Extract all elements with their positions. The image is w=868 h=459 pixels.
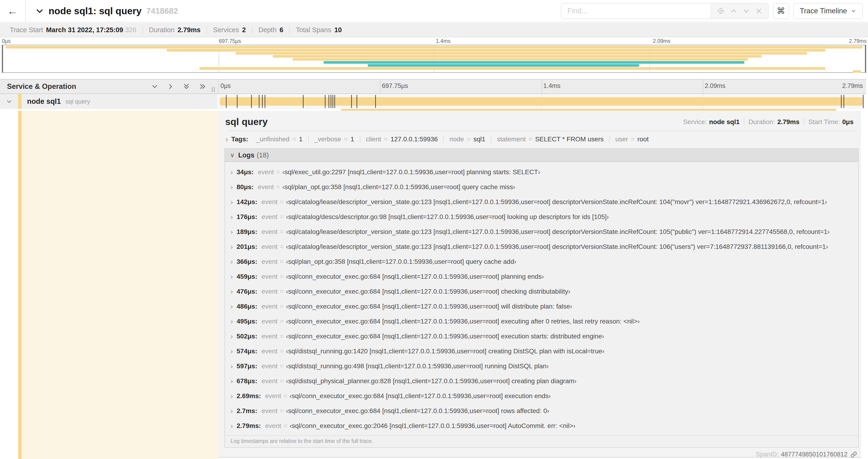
keyboard-shortcuts-button[interactable]: ⌘ [773,3,789,19]
service-operation-header: Service & Operation [0,79,217,94]
log-timestamp: 2.79ms: [237,422,261,430]
collapse-trace-chevron[interactable] [35,7,44,15]
log-equals: = [280,407,283,415]
log-expand-chevron[interactable]: › [230,273,233,281]
tag-item[interactable]: _verbose=1 [309,135,360,143]
span-row[interactable]: node sql1 sql query [0,94,866,109]
log-entry-row[interactable]: ›678μs:event=‹sql/distsql_physical_plann… [225,374,858,389]
log-field-key: event [261,378,278,385]
tag-list: _unfinished=1_verbose=1client=127.0.0.1:… [251,135,654,143]
minimap-span-row [3,70,865,73]
collapse-one-icon[interactable] [151,83,158,90]
collapse-all-icon[interactable] [183,83,190,91]
chevron-down-icon [6,98,12,104]
logs-header[interactable]: ∨ Logs (18) [225,149,858,162]
log-expand-chevron[interactable]: › [230,392,233,400]
log-tick-mark [262,95,263,108]
log-entry-row[interactable]: ›80μs:event=‹sql/plan_opt.go:358 [nsql1,… [225,179,858,195]
minimap-viewport[interactable] [2,45,866,73]
log-entry-row[interactable]: ›201μs:event=‹sql/catalog/lease/descript… [225,239,858,254]
log-field-key: event [261,362,278,370]
tags-expand-chevron[interactable]: › [226,135,228,143]
log-expand-chevron[interactable]: › [230,422,233,430]
log-timestamp: 574μs: [237,348,257,355]
log-entry-row[interactable]: ›2.7ms:event=‹sql/conn_executor_exec.go:… [225,403,858,418]
find-prev-icon[interactable] [730,7,738,15]
log-field-value: ‹sql/exec_util.go:2297 [nsql1,client=127… [282,168,540,176]
tag-value: sql1 [473,135,485,143]
log-expand-chevron[interactable]: › [230,377,233,385]
expand-all-icon[interactable] [199,83,207,90]
log-entry-row[interactable]: ›597μs:event=‹sql/distsql_running.go:498… [225,359,858,374]
log-entry-row[interactable]: ›366μs:event=‹sql/plan_opt.go:358 [nsql1… [225,254,858,269]
log-equals: = [280,228,283,236]
ruler-label: 2.79ms [849,38,867,44]
minimap-span-row [3,64,865,67]
column-resizer-grip[interactable] [212,87,215,92]
expand-one-icon[interactable] [167,83,174,90]
span-detail-section: sql query Service:node sql1Duration:2.79… [0,111,868,459]
log-expand-chevron[interactable]: › [230,228,233,236]
minimap-span-bar [323,61,744,64]
next-span-bar-partial [341,109,836,111]
deep-link-icon[interactable] [850,451,857,458]
log-entry-row[interactable]: ›502μs:event=‹sql/conn_executor_exec.go:… [225,329,858,344]
tag-item[interactable]: statement=SELECT * FROM users [491,135,610,143]
log-expand-chevron[interactable]: › [230,362,233,370]
log-entry-row[interactable]: ›574μs:event=‹sql/distsql_running.go:142… [225,344,858,359]
log-entry-row[interactable]: ›459μs:event=‹sql/conn_executor_exec.go:… [225,269,858,284]
tag-value: SELECT * FROM users [535,135,603,143]
log-entry-row[interactable]: ›2.79ms:event=‹sql/conn_executor_exec.go… [225,418,858,433]
summary-item-label: Depth [258,26,277,34]
log-entry-row[interactable]: ›34μs:event=‹sql/exec_util.go:2297 [nsql… [225,165,858,179]
log-entry-row[interactable]: ›142μs:event=‹sql/catalog/lease/descript… [225,195,858,209]
tag-value: 1 [350,135,354,143]
log-expand-chevron[interactable]: › [230,318,233,325]
find-clear-icon[interactable] [755,7,763,15]
log-expand-chevron[interactable]: › [230,213,233,221]
log-expand-chevron[interactable]: › [230,198,233,206]
minimap-span-bar [167,49,825,52]
span-detail-title: sql query [225,117,268,127]
log-expand-chevron[interactable]: › [230,258,233,266]
span-row-name-cell[interactable]: node sql1 sql query [0,94,217,109]
log-entry-row[interactable]: ›2.69ms:event=‹sql/conn_executor_exec.go… [225,389,858,403]
log-entry-row[interactable]: ›476μs:event=‹sql/conn_executor_exec.go:… [225,284,858,299]
tag-item[interactable]: node=sql1 [444,135,491,143]
log-expand-chevron[interactable]: › [230,168,233,176]
trace-view-selector[interactable]: Trace Timeline [793,3,863,19]
span-detail-header: sql query Service:node sql1Duration:2.79… [218,111,861,131]
find-next-icon[interactable] [742,7,750,15]
ruler-label: 697.75μs [219,38,241,44]
log-expand-chevron[interactable]: › [230,347,233,355]
log-entry-row[interactable]: ›486μs:event=‹sql/conn_executor_exec.go:… [225,299,858,314]
log-entry-row[interactable]: ›189μs:event=‹sql/catalog/lease/descript… [225,224,858,239]
log-entry-row[interactable]: ›495μs:event=‹sql/conn_executor_exec.go:… [225,314,858,329]
chevron-down-icon [851,8,856,14]
log-expand-chevron[interactable]: › [230,243,233,251]
log-tick-mark [356,95,357,108]
back-button[interactable]: ← [0,0,26,22]
span-bar-cell[interactable] [218,94,864,109]
tag-item[interactable]: _unfinished=1 [251,135,309,143]
log-expand-chevron[interactable]: › [230,332,233,340]
ruler-label: 2.09ms [653,38,670,44]
log-entry-row[interactable]: ›176μs:event=‹sql/catalog/descs/descript… [225,209,858,224]
log-field-value: ‹sql/conn_executor_exec.go:684 [nsql1,cl… [286,273,544,280]
log-expand-chevron[interactable]: › [230,407,233,415]
log-expand-chevron[interactable]: › [230,288,233,296]
row-collapse-chevron[interactable] [0,98,18,104]
summary-item-value-wrap: March 31 2022, 17:25:09.326 [46,26,136,34]
tag-item[interactable]: client=127.0.0.1:59936 [360,135,444,143]
tags-row[interactable]: › Tags: _unfinished=1_verbose=1client=12… [218,131,861,146]
log-expand-chevron[interactable]: › [230,183,233,191]
log-timestamp: 2.7ms: [237,407,257,415]
log-expand-chevron[interactable]: › [230,302,233,310]
span-duration-bar[interactable] [220,97,863,106]
minimap-span-row [3,52,865,55]
tag-item[interactable]: user=root [610,135,654,143]
find-group [561,3,769,19]
focus-target-icon[interactable] [717,7,725,15]
service-operation-title: Service & Operation [7,82,76,91]
find-input[interactable] [561,3,711,19]
